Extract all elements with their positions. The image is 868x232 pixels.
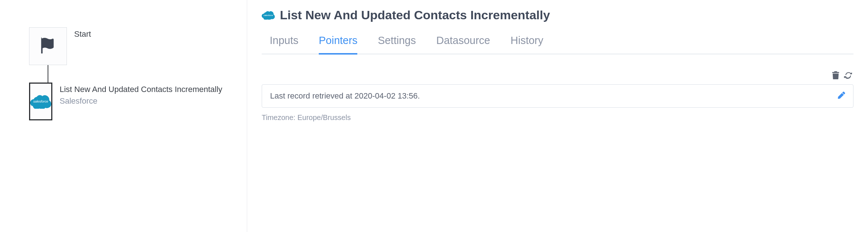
panel-title: List New And Updated Contacts Incrementa…: [280, 8, 550, 22]
tab-pointers[interactable]: Pointers: [319, 35, 357, 55]
actions-row: [262, 71, 853, 81]
tab-datasource[interactable]: Datasource: [436, 35, 490, 55]
flow-node-start-label: Start: [74, 29, 91, 39]
flow-node-salesforce-subtitle: Salesforce: [60, 96, 222, 106]
tab-inputs[interactable]: Inputs: [270, 35, 298, 55]
panel-header: salesforce List New And Updated Contacts…: [262, 8, 853, 22]
salesforce-cloud-text: salesforce: [262, 11, 275, 20]
salesforce-cloud-text: salesforce: [30, 94, 51, 109]
flag-icon: [39, 36, 57, 56]
pointer-record-text: Last record retrieved at 2020-04-02 13:5…: [270, 91, 420, 101]
flow-node-start-box[interactable]: [29, 27, 67, 65]
timezone-text: Timezone: Europe/Brussels: [262, 113, 853, 122]
refresh-icon[interactable]: [844, 71, 852, 81]
flow-node-salesforce-box[interactable]: salesforce: [29, 83, 52, 120]
details-panel: salesforce List New And Updated Contacts…: [247, 0, 868, 232]
pointer-record: Last record retrieved at 2020-04-02 13:5…: [262, 84, 853, 108]
flow-connector: [48, 65, 48, 83]
tab-settings[interactable]: Settings: [378, 35, 416, 55]
tab-bar: Inputs Pointers Settings Datasource Hist…: [262, 35, 853, 55]
flow-canvas: Start salesforce List New And Updated Co…: [0, 0, 247, 232]
pencil-icon[interactable]: [838, 92, 845, 100]
flow-node-start[interactable]: Start: [29, 27, 218, 65]
tab-history[interactable]: History: [511, 35, 543, 55]
flow-node-salesforce-title: List New And Updated Contacts Incrementa…: [60, 85, 222, 94]
trash-icon[interactable]: [832, 71, 840, 81]
salesforce-cloud-icon: salesforce: [262, 11, 275, 20]
flow-node-salesforce[interactable]: salesforce List New And Updated Contacts…: [29, 83, 218, 120]
salesforce-cloud-icon: salesforce: [30, 94, 51, 109]
